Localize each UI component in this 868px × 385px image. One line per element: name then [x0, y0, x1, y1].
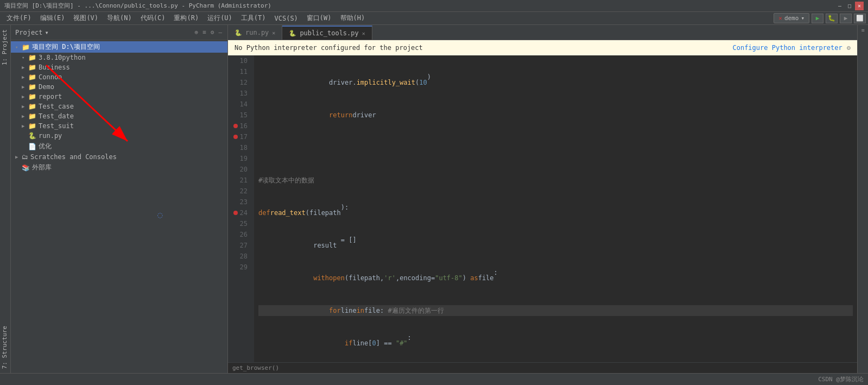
breakpoint-indicator[interactable]: [233, 178, 238, 182]
breakpoint-indicator[interactable]: [233, 102, 238, 106]
breakpoint-indicator[interactable]: [233, 222, 238, 226]
coverage-button[interactable]: ▶: [840, 14, 852, 23]
tree-item-runpy[interactable]: 🐍 run.py: [11, 131, 227, 141]
structure-tab[interactable]: 7: Structure: [0, 321, 10, 373]
breakpoint-indicator-active[interactable]: [233, 124, 238, 128]
menu-code[interactable]: 代码(C): [136, 12, 170, 24]
maximize-button[interactable]: □: [845, 2, 854, 10]
breakpoint-indicator[interactable]: [233, 91, 238, 96]
tree-item-optimize[interactable]: 📄 优化: [11, 141, 227, 152]
configure-interpreter-link[interactable]: Configure Python interpreter: [732, 44, 842, 52]
warning-bar: No Python interpreter configured for the…: [228, 40, 857, 55]
tree-item-report[interactable]: ▶ 📁 report: [11, 92, 227, 102]
chevron-down-icon: ▾: [801, 15, 804, 22]
arrow-icon: ▶: [22, 123, 28, 129]
window-controls: — □ ✕: [835, 2, 864, 10]
tree-item-label: Business: [39, 64, 70, 71]
arrow-icon: ▶: [22, 113, 28, 119]
tab-label: run.py: [245, 29, 269, 36]
tree-item-testdate[interactable]: ▶ 📁 Test_date: [11, 111, 227, 121]
breakpoint-indicator[interactable]: [233, 70, 238, 74]
breakpoint-indicator[interactable]: [233, 80, 238, 85]
menu-run[interactable]: 运行(U): [203, 12, 237, 24]
line-num-21: 21: [228, 175, 250, 186]
breakpoint-indicator[interactable]: [233, 254, 238, 258]
menu-vcs[interactable]: VCS(S): [270, 14, 302, 23]
tab-runpy[interactable]: 🐍 run.py ✕: [228, 26, 282, 40]
settings-icon[interactable]: ⚙: [210, 28, 216, 37]
editor-footer: get_browser(): [228, 362, 857, 373]
menu-help[interactable]: 帮助(H): [336, 12, 370, 24]
tab-publictools[interactable]: 🐍 public_tools.py ✕: [282, 26, 372, 40]
tree-item-connon[interactable]: ▶ 📁 Connon: [11, 72, 227, 82]
tree-item-python[interactable]: ▾ 📁 3.8.10python: [11, 53, 227, 62]
tree-item-testsuit[interactable]: ▶ 📁 Test_suit: [11, 121, 227, 131]
breakpoint-indicator[interactable]: [233, 189, 238, 193]
folder-icon: 📁: [28, 64, 36, 71]
tree-item-scratches[interactable]: ▶ 🗂 Scratches and Consoles: [11, 152, 227, 162]
breakpoint-indicator[interactable]: [233, 146, 238, 150]
line-num-22: 22: [228, 186, 250, 197]
line-num-17: 17: [228, 131, 250, 142]
configure-gear-icon[interactable]: ⚙: [847, 44, 851, 52]
close-button[interactable]: ✕: [855, 2, 864, 10]
right-sidebar-icon[interactable]: ≡: [861, 27, 864, 33]
breakpoint-indicator[interactable]: [233, 59, 238, 63]
add-icon[interactable]: ⊕: [194, 28, 200, 37]
arrow-icon: ▶: [22, 65, 28, 70]
folder-icon: 📁: [28, 83, 36, 91]
project-label: Project: [15, 29, 43, 36]
tree-item-label: 3.8.10python: [39, 54, 86, 61]
profile-button[interactable]: ⬜: [854, 14, 866, 23]
title-bar: 项目空间 [D:\项目空间] - ...\Connon/public_tools…: [0, 0, 868, 12]
line-num-25: 25: [228, 218, 250, 229]
editor-tab-bar: 🐍 run.py ✕ 🐍 public_tools.py ✕: [228, 25, 857, 40]
tree-item-label: Connon: [39, 73, 62, 81]
folder-icon: 📁: [28, 112, 36, 120]
breakpoint-indicator[interactable]: [233, 113, 238, 117]
project-tab[interactable]: 1: Project: [0, 25, 10, 70]
code-line-17: for line in file: #遍历文件的第一行: [258, 305, 853, 316]
menu-navigate[interactable]: 导航(N): [103, 12, 136, 24]
tab-close-icon[interactable]: ✕: [362, 30, 365, 36]
folder-icon: 📁: [28, 122, 36, 130]
breakpoint-indicator-active[interactable]: [233, 135, 238, 139]
minimize-button[interactable]: —: [835, 2, 844, 10]
line-num-12: 12: [228, 77, 250, 88]
collapse-icon[interactable]: ≡: [201, 28, 207, 37]
tree-item-external[interactable]: 📚 外部库: [11, 162, 227, 173]
tree-item-testcase[interactable]: ▶ 📁 Test_case: [11, 102, 227, 111]
run-configuration[interactable]: ✕ demo ▾: [774, 13, 809, 23]
breakpoint-indicator[interactable]: [233, 232, 238, 237]
menu-tools[interactable]: 工具(T): [237, 12, 270, 24]
tree-item-root[interactable]: ▾ 📁 项目空间 D:\项目空间: [11, 41, 227, 53]
debug-button[interactable]: 🐛: [826, 14, 838, 23]
line-num-24: 24: [228, 207, 250, 218]
run-button[interactable]: ▶: [812, 14, 823, 23]
tab-close-icon[interactable]: ✕: [272, 30, 275, 36]
breakpoint-indicator[interactable]: [233, 243, 238, 248]
tree-item-business[interactable]: ▶ 📁 Business: [11, 62, 227, 72]
breakpoint-indicator[interactable]: [233, 265, 238, 269]
breakpoint-indicator[interactable]: [233, 167, 238, 172]
arrow-icon: ▶: [15, 154, 22, 160]
menu-view[interactable]: 视图(V): [69, 12, 103, 24]
code-content-area[interactable]: driver.implicitly_wait(10) return driver…: [254, 55, 857, 362]
project-panel: Project ▾ ⊕ ≡ ⚙ — ▾ 📁 项目空间 D:\项目空间 ▾ 📁: [11, 25, 228, 373]
menu-edit[interactable]: 编辑(E): [36, 12, 69, 24]
line-num-10: 10: [228, 55, 250, 66]
menu-refactor[interactable]: 重构(R): [169, 12, 203, 24]
code-line-13: #读取文本中的数据: [258, 175, 853, 186]
breakpoint-indicator[interactable]: [233, 200, 238, 204]
breakpoint-indicator-active[interactable]: [233, 211, 238, 215]
arrow-icon: ▾: [22, 55, 28, 60]
file-icon: 📄: [28, 143, 36, 150]
tree-item-demo[interactable]: ▶ 📁 Demo: [11, 82, 227, 92]
scratches-icon: 🗂: [22, 153, 28, 161]
project-panel-title[interactable]: Project ▾: [15, 29, 49, 36]
menu-file[interactable]: 文件(F): [2, 12, 36, 24]
breakpoint-indicator[interactable]: [233, 156, 238, 161]
tree-item-label: Test_date: [39, 112, 74, 120]
menu-window[interactable]: 窗口(W): [302, 12, 336, 24]
minimize-panel-icon[interactable]: —: [217, 28, 223, 37]
